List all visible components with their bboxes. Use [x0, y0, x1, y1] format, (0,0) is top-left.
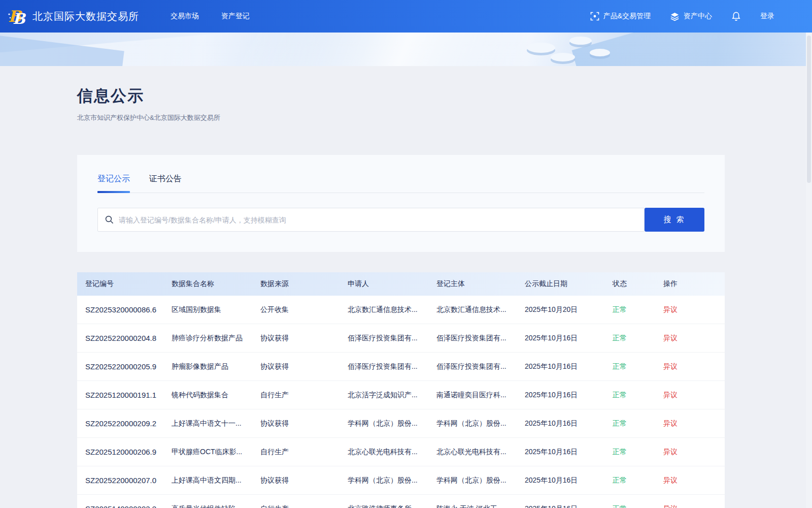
table-body: SZ2025320000086.6区域国别数据集公开收集北京数汇通信息技术...… [77, 296, 725, 508]
cell-data-source: 自行生产 [252, 504, 340, 508]
cell-action: 异议 [655, 504, 725, 508]
tab-label: 登记公示 [97, 174, 130, 183]
status-badge: 正常 [604, 334, 655, 343]
main-content: 信息公示 北京市知识产权保护中心&北京国际大数据交易所 登记公示 证书公告 [77, 85, 725, 508]
primary-nav: 交易市场 资产登记 [171, 12, 250, 21]
cell-applicant: 北京心联光电科技有... [340, 448, 428, 457]
product-trade-mgmt-label: 产品&交易管理 [603, 12, 651, 21]
banner-decoration [223, 33, 579, 66]
column-header-action: 操作 [655, 279, 725, 289]
table-row: SZ2025220000205.9肿瘤影像数据产品协议获得佰泽医疗投资集团有..… [77, 353, 725, 381]
cell-applicant: 学科网（北京）股份... [340, 476, 428, 485]
cell-action: 异议 [655, 448, 725, 457]
objection-link[interactable]: 异议 [663, 334, 678, 342]
asset-center-menu[interactable]: 资产中心 [670, 12, 712, 21]
page-scrollbar[interactable] [806, 33, 812, 508]
banner-decoration [551, 53, 575, 61]
cell-registrant: 北京心联光电科技有... [428, 448, 517, 457]
scan-frame-icon [590, 12, 599, 21]
cell-dataset-name: 镜种代码数据集合 [163, 391, 252, 400]
nav-item-trading-market[interactable]: 交易市场 [171, 12, 199, 21]
column-header-dataset-name: 数据集合名称 [163, 279, 252, 289]
banner-decoration [572, 33, 812, 66]
active-tab-indicator [97, 191, 130, 193]
notifications-button[interactable] [731, 11, 741, 21]
objection-link[interactable]: 异议 [663, 504, 678, 508]
bell-icon [731, 11, 741, 21]
cell-applicant: 北京路浩律师事务所 [340, 504, 428, 508]
scrollbar-thumb[interactable] [807, 36, 811, 183]
objection-link[interactable]: 异议 [663, 305, 678, 313]
cell-registration-id: SZ2025220000205.9 [77, 362, 163, 371]
search-row: 搜 索 [97, 208, 704, 232]
cell-registration-id: SZ2025220000209.2 [77, 419, 163, 428]
cell-deadline: 2025年10月16日 [517, 504, 604, 508]
cell-action: 异议 [655, 362, 725, 371]
cell-registrant: 佰泽医疗投资集团有... [428, 334, 517, 343]
column-header-status: 状态 [604, 279, 655, 289]
table-row: SZ2025220000207.0上好课高中语文四期...协议获得学科网（北京）… [77, 466, 725, 495]
cell-registrant: 学科网（北京）股份... [428, 419, 517, 428]
cell-deadline: 2025年10月16日 [517, 391, 604, 400]
cell-registrant: 陈海永,于波,河北工... [428, 504, 517, 508]
cell-registrant: 学科网（北京）股份... [428, 476, 517, 485]
search-button[interactable]: 搜 索 [645, 208, 704, 232]
page-subtitle: 北京市知识产权保护中心&北京国际大数据交易所 [77, 113, 725, 122]
search-box [97, 208, 645, 232]
column-header-applicant: 申请人 [340, 279, 428, 289]
table-row: SZ2025220000204.8肺癌诊疗分析数据产品协议获得佰泽医疗投资集团有… [77, 324, 725, 353]
tab-label: 证书公告 [149, 174, 182, 183]
cell-dataset-name: 甲状腺癌OCT临床影... [163, 448, 252, 457]
tabs-search-card: 登记公示 证书公告 搜 索 [77, 155, 725, 252]
login-button[interactable]: 登录 [760, 12, 774, 21]
cell-registrant: 佰泽医疗投资集团有... [428, 362, 517, 371]
search-input[interactable] [119, 208, 644, 231]
status-badge: 正常 [604, 476, 655, 485]
objection-link[interactable]: 异议 [663, 419, 678, 427]
table-row: SZ2025220000209.2上好课高中语文十一...协议获得学科网（北京）… [77, 409, 725, 438]
table-row: SZ2025120000206.9甲状腺癌OCT临床影...自行生产北京心联光电… [77, 438, 725, 466]
brand-title: 北京国际大数据交易所 [32, 10, 139, 23]
objection-link[interactable]: 异议 [663, 362, 678, 370]
status-badge: 正常 [604, 391, 655, 400]
hero-banner [0, 33, 812, 66]
table-row: SZ2025140000203.8高质量光伏组件缺陷...自行生产北京路浩律师事… [77, 495, 725, 508]
cell-dataset-name: 区域国别数据集 [163, 305, 252, 314]
cell-applicant: 学科网（北京）股份... [340, 419, 428, 428]
cell-deadline: 2025年10月20日 [517, 305, 604, 314]
status-badge: 正常 [604, 448, 655, 457]
cell-deadline: 2025年10月16日 [517, 362, 604, 371]
product-trade-mgmt-menu[interactable]: 产品&交易管理 [590, 12, 651, 21]
objection-link[interactable]: 异议 [663, 391, 678, 399]
cell-dataset-name: 肺癌诊疗分析数据产品 [163, 334, 252, 343]
cell-registration-id: SZ2025320000086.6 [77, 305, 163, 314]
column-header-data-source: 数据来源 [252, 279, 340, 289]
objection-link[interactable]: 异议 [663, 448, 678, 456]
cell-data-source: 协议获得 [252, 476, 340, 485]
nav-item-asset-registration[interactable]: 资产登记 [221, 12, 250, 21]
banner-decoration [527, 43, 555, 53]
cell-applicant: 佰泽医疗投资集团有... [340, 334, 428, 343]
brand-logo-icon[interactable]: B B [7, 6, 28, 27]
search-icon [105, 215, 114, 225]
cell-data-source: 自行生产 [252, 391, 340, 400]
objection-link[interactable]: 异议 [663, 476, 678, 484]
cell-registration-id: SZ2025120000191.1 [77, 391, 163, 399]
cell-dataset-name: 高质量光伏组件缺陷... [163, 504, 252, 508]
tab-certificate-announcement[interactable]: 证书公告 [149, 174, 182, 193]
cell-applicant: 北京数汇通信息技术... [340, 305, 428, 314]
disclosure-table: 登记编号 数据集合名称 数据来源 申请人 登记主体 公示截止日期 状态 操作 S… [77, 272, 725, 508]
cell-deadline: 2025年10月16日 [517, 448, 604, 457]
banner-decoration [569, 37, 592, 45]
top-navbar: B B 北京国际大数据交易所 交易市场 资产登记 产品&交易管理 [0, 0, 812, 33]
cell-dataset-name: 肿瘤影像数据产品 [163, 362, 252, 371]
banner-decoration [590, 49, 610, 56]
cell-applicant: 北京活字泛成知识产... [340, 391, 428, 400]
tab-registration-disclosure[interactable]: 登记公示 [97, 174, 130, 193]
cell-data-source: 协议获得 [252, 419, 340, 428]
table-row: SZ2025320000086.6区域国别数据集公开收集北京数汇通信息技术...… [77, 296, 725, 324]
cell-action: 异议 [655, 305, 725, 314]
cell-registrant: 南通诺瞳奕目医疗科... [428, 391, 517, 400]
cell-registration-id: SZ2025120000206.9 [77, 448, 163, 456]
table-header-row: 登记编号 数据集合名称 数据来源 申请人 登记主体 公示截止日期 状态 操作 [77, 272, 725, 296]
